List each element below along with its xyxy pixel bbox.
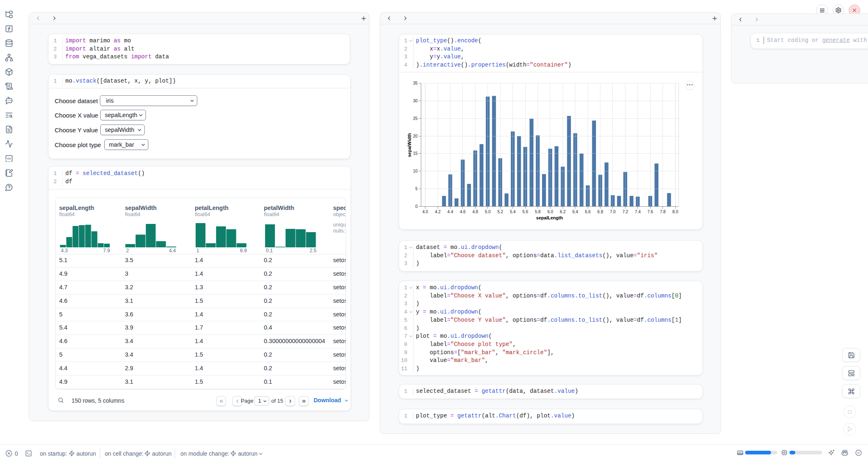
- svg-text:7.2: 7.2: [622, 210, 628, 214]
- svg-text:8.0: 8.0: [672, 210, 678, 214]
- svg-text:5.0: 5.0: [485, 210, 491, 214]
- svg-text:5.8: 5.8: [535, 210, 540, 214]
- svg-text:6.6: 6.6: [585, 210, 591, 214]
- svg-text:5.2: 5.2: [497, 210, 503, 214]
- svg-text:5.6: 5.6: [522, 210, 528, 214]
- svg-text:15: 15: [413, 151, 418, 156]
- svg-text:7.0: 7.0: [610, 210, 616, 214]
- svg-text:sepalWidth: sepalWidth: [407, 133, 412, 157]
- svg-text:4.2: 4.2: [435, 210, 441, 214]
- svg-text:0: 0: [415, 204, 418, 209]
- svg-text:10: 10: [413, 169, 418, 173]
- svg-text:4.6: 4.6: [460, 210, 466, 214]
- svg-text:sepalLength: sepalLength: [536, 215, 563, 220]
- svg-text:25: 25: [413, 116, 418, 121]
- svg-text:5.4: 5.4: [510, 210, 516, 214]
- svg-text:35: 35: [413, 81, 418, 85]
- svg-text:4.0: 4.0: [422, 210, 428, 214]
- svg-text:6.2: 6.2: [560, 210, 566, 214]
- svg-text:4.8: 4.8: [472, 210, 478, 214]
- svg-text:30: 30: [413, 99, 418, 103]
- svg-text:7.6: 7.6: [647, 210, 653, 214]
- svg-text:20: 20: [413, 134, 418, 138]
- svg-text:7.4: 7.4: [635, 210, 641, 214]
- svg-text:6.0: 6.0: [547, 210, 553, 214]
- svg-text:7.8: 7.8: [660, 210, 666, 214]
- svg-text:4.4: 4.4: [448, 210, 453, 214]
- svg-text:6.4: 6.4: [573, 210, 578, 214]
- svg-text:6.8: 6.8: [598, 210, 603, 214]
- svg-text:5: 5: [415, 187, 418, 191]
